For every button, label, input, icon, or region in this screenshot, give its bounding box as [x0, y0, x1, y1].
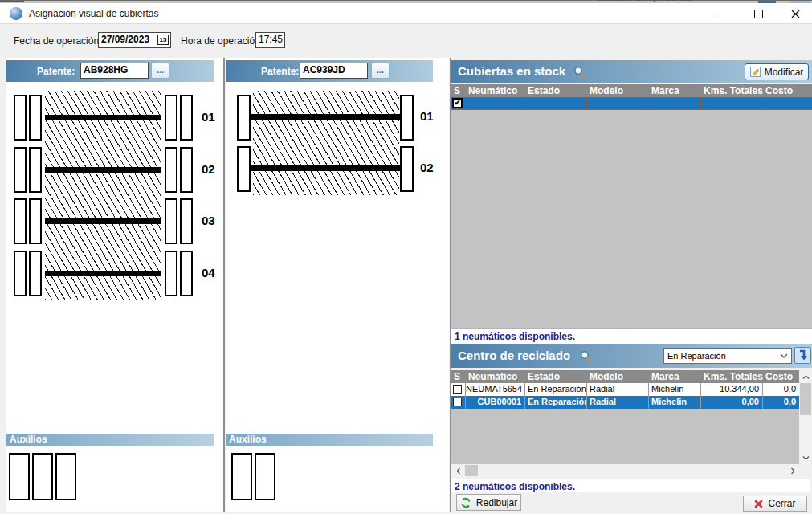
- calendar-icon: 15: [160, 36, 167, 43]
- recycle-row1-checkbox[interactable]: [453, 385, 462, 394]
- recycle-row-2-selected[interactable]: CUB00001 En Reparación Radial Michelin 0…: [451, 396, 799, 410]
- vehicle2-axle2-tire-right[interactable]: [400, 146, 414, 192]
- recycle-col-kms[interactable]: Kms. Totales: [701, 370, 763, 383]
- scroll-left-button[interactable]: [451, 464, 464, 477]
- recycle-col-estado[interactable]: Estado: [525, 370, 587, 383]
- stock-col-costo[interactable]: Costo: [763, 84, 812, 97]
- fecha-operacion-label: Fecha de operación:: [14, 33, 101, 49]
- stock-table-body: [451, 97, 812, 328]
- vehicle1-axle4-tire-left-inner[interactable]: [29, 251, 42, 296]
- background-window-fragment: [0, 1, 24, 2]
- panel-divider: [223, 58, 225, 512]
- stock-col-modelo[interactable]: Modelo: [587, 84, 649, 97]
- scroll-down-button[interactable]: [799, 451, 812, 464]
- redraw-recycle-icon: [460, 497, 471, 508]
- vehicle1-axle4-tire-left-outer[interactable]: [14, 251, 27, 296]
- vehicle1-axle1-tire-right-outer[interactable]: [180, 95, 193, 141]
- vehicle2-panel: Patente: AC939JD ... 01 02 Auxilios: [226, 58, 449, 512]
- vehicle1-axle1-tire-right-inner[interactable]: [165, 95, 177, 141]
- vehicle1-axle2-tire-left-outer[interactable]: [14, 147, 27, 193]
- recycle-cell-estado: En Reparación: [525, 396, 587, 409]
- recycle-col-modelo[interactable]: Modelo: [587, 370, 649, 383]
- recycle-search-icon[interactable]: [580, 350, 593, 363]
- vehicle1-axle4-tire-right-inner[interactable]: [165, 251, 177, 296]
- modificar-button[interactable]: Modificar: [745, 63, 809, 80]
- recycle-col-s[interactable]: S: [451, 370, 466, 383]
- horizontal-scroll-thumb[interactable]: [465, 465, 478, 476]
- vehicle2-axle1-tire-left[interactable]: [237, 95, 251, 141]
- close-icon: [791, 10, 800, 18]
- maximize-button[interactable]: [745, 3, 771, 24]
- recycle-col-neumatico[interactable]: Neumático: [466, 370, 525, 383]
- vehicle2-browse-button[interactable]: ...: [371, 63, 390, 79]
- vehicle1-browse-button[interactable]: ...: [151, 63, 169, 79]
- cerrar-button[interactable]: Cerrar: [743, 496, 807, 512]
- stock-row-selected[interactable]: ✔: [451, 97, 812, 110]
- chevron-left-icon: [456, 467, 460, 475]
- vehicle2-patente-input[interactable]: AC939JD: [300, 63, 368, 79]
- vehicle1-axle4-tire-right-outer[interactable]: [180, 251, 193, 296]
- stock-col-estado[interactable]: Estado: [525, 84, 587, 97]
- vehicle1-axle2-tire-right-outer[interactable]: [180, 147, 193, 193]
- vehicle1-axle2-tire-left-inner[interactable]: [29, 147, 42, 193]
- recycle-col-marca[interactable]: Marca: [649, 370, 701, 383]
- vehicle2-axle2-label: 02: [420, 161, 434, 174]
- recycle-row-1[interactable]: NEUMAT5654 En Reparación Radial Michelin…: [451, 383, 799, 397]
- maximize-icon: [754, 10, 763, 18]
- vehicle2-aux-tire-2[interactable]: [255, 453, 275, 500]
- scroll-right-button[interactable]: [786, 464, 799, 477]
- hora-operacion-input[interactable]: 17:45: [255, 32, 285, 48]
- vehicle2-chassis: [253, 91, 399, 195]
- vehicle2-aux-tire-1[interactable]: [231, 453, 252, 500]
- scroll-up-button[interactable]: [799, 370, 812, 383]
- vehicle1-axle3-tire-left-inner[interactable]: [29, 198, 42, 244]
- recycle-col-costo[interactable]: Costo: [763, 370, 799, 383]
- vehicle1-axle3-tire-right-inner[interactable]: [165, 198, 177, 244]
- vehicle2-browse-label: ...: [377, 65, 384, 75]
- vehicle1-axle1-tire-left-inner[interactable]: [29, 95, 42, 141]
- stock-col-marca[interactable]: Marca: [649, 84, 701, 97]
- recycle-cell-marca: Michelin: [649, 383, 701, 396]
- fecha-operacion-input[interactable]: 27/09/2023 15: [98, 32, 171, 48]
- modificar-label: Modificar: [765, 67, 804, 78]
- vehicle1-axle3-tire-right-outer[interactable]: [180, 198, 193, 244]
- stock-col-kms[interactable]: Kms. Totales: [701, 84, 763, 97]
- vehicle1-axle2-tire-right-inner[interactable]: [165, 147, 177, 193]
- vehicle1-axle3-tire-left-outer[interactable]: [14, 198, 27, 244]
- vertical-scroll-thumb[interactable]: [800, 383, 811, 415]
- chevron-right-icon: [791, 467, 795, 475]
- recycle-title: Centro de reciclado: [458, 345, 570, 367]
- stock-cell-modelo: [587, 97, 649, 109]
- recycle-cell-costo: 0,0: [763, 396, 799, 409]
- stock-row-checkbox-checked[interactable]: ✔: [452, 98, 463, 108]
- recycle-footer: 2 neumáticos disponibles.: [451, 479, 810, 492]
- vehicle1-axle1-tire-left-outer[interactable]: [14, 95, 27, 141]
- vehicle1-aux-tire-2[interactable]: [32, 453, 53, 500]
- move-down-button[interactable]: [794, 347, 811, 364]
- minimize-button[interactable]: [708, 3, 734, 24]
- calendar-picker-button[interactable]: 15: [157, 35, 169, 45]
- vehicle2-auxilios-label: Auxilios: [229, 434, 267, 445]
- recycle-cell-marca: Michelin: [649, 396, 701, 409]
- vehicle1-aux-tire-3[interactable]: [55, 453, 76, 500]
- stock-cell-neumatico: [466, 97, 525, 109]
- estado-filter-dropdown[interactable]: En Reparación: [663, 348, 792, 364]
- vehicle2-axle2-tire-left[interactable]: [237, 146, 251, 192]
- recycle-row2-checkbox[interactable]: [453, 398, 462, 406]
- recycle-vertical-scrollbar[interactable]: [799, 370, 812, 464]
- stock-footer: 1 neumáticos disponibles.: [451, 328, 812, 344]
- vehicle1-axle4-label: 04: [202, 267, 215, 279]
- vehicle1-patente-input[interactable]: AB928HG: [80, 63, 149, 79]
- recycle-horizontal-scrollbar[interactable]: [451, 464, 799, 477]
- vehicle2-axle1-tire-right[interactable]: [400, 95, 414, 141]
- chevron-up-icon: [802, 375, 810, 379]
- window-title: Asignación visual de cubiertas: [29, 3, 158, 24]
- stock-search-icon[interactable]: [573, 66, 586, 79]
- stock-col-neumatico[interactable]: Neumático: [466, 84, 525, 97]
- redibujar-button[interactable]: Redibujar: [456, 494, 521, 511]
- stock-col-s[interactable]: S: [451, 84, 466, 97]
- vehicle1-axle1-bar: [45, 115, 161, 120]
- vehicle1-aux-tire-1[interactable]: [9, 453, 30, 500]
- vehicle1-axle2-bar: [45, 167, 161, 173]
- close-button[interactable]: [782, 3, 808, 24]
